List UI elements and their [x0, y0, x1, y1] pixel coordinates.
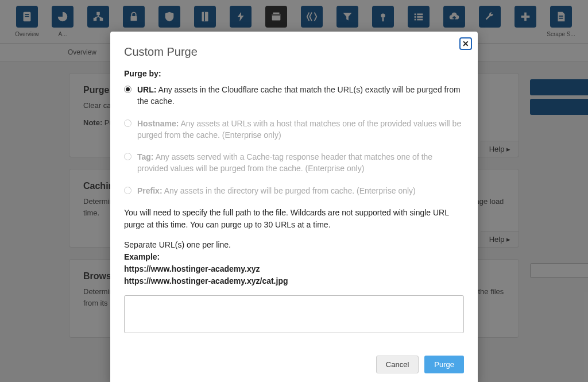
purge-info-1: You will need to specify the full path t…: [124, 207, 464, 231]
close-icon[interactable]: ✕: [459, 37, 472, 50]
purge-url-textarea[interactable]: [124, 295, 464, 333]
radio-icon: [124, 119, 131, 127]
purge-info-2: Separate URL(s) one per line. Example: h…: [124, 239, 464, 287]
radio-text: Tag: Any assets served with a Cache-tag …: [137, 151, 464, 175]
modal-footer: Cancel Purge: [124, 356, 464, 373]
cancel-button[interactable]: Cancel: [376, 356, 419, 373]
purge-option-3: Prefix: Any assets in the directory will…: [124, 185, 464, 196]
radio-text: Hostname: Any assets at URLs with a host…: [137, 118, 464, 141]
modal-overlay: ✕ Custom Purge Purge by: URL: Any assets…: [0, 0, 588, 382]
purge-option-0[interactable]: URL: Any assets in the Cloudflare cache …: [124, 84, 464, 107]
radio-text: URL: Any assets in the Cloudflare cache …: [137, 84, 464, 107]
purge-by-label: Purge by:: [124, 69, 464, 78]
radio-icon: [124, 153, 131, 160]
radio-icon: [124, 187, 131, 194]
purge-option-1: Hostname: Any assets at URLs with a host…: [124, 118, 464, 141]
purge-button[interactable]: Purge: [424, 356, 464, 373]
radio-icon[interactable]: [124, 86, 131, 93]
radio-text: Prefix: Any assets in the directory will…: [137, 185, 464, 196]
purge-option-2: Tag: Any assets served with a Cache-tag …: [124, 151, 464, 175]
modal-title: Custom Purge: [124, 45, 464, 59]
custom-purge-modal: ✕ Custom Purge Purge by: URL: Any assets…: [110, 32, 478, 382]
